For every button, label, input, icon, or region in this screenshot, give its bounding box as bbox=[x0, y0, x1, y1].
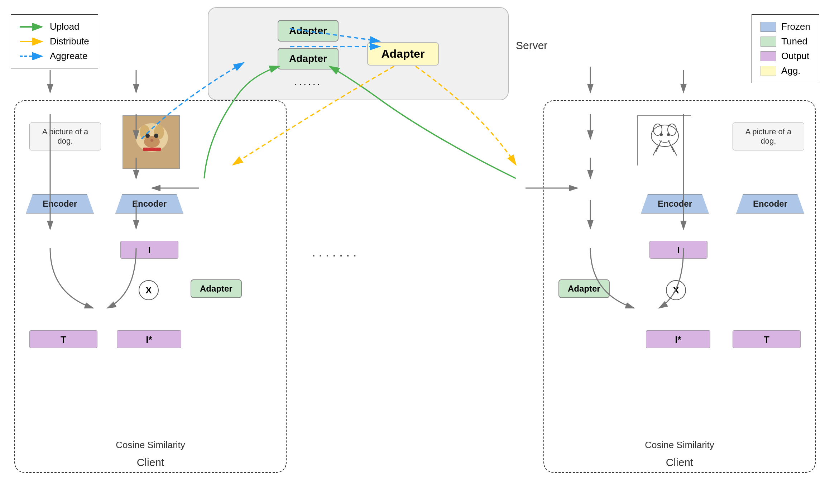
frozen-color-box bbox=[761, 22, 776, 32]
client-right-output-Istar: I* bbox=[646, 330, 710, 348]
distribute-label: Distribute bbox=[50, 36, 89, 47]
client-right-dog-sketch bbox=[637, 115, 691, 165]
server-label: Server bbox=[516, 39, 547, 52]
client-left-adapter: Adapter bbox=[191, 279, 242, 298]
client-right-encoder-image: Encoder bbox=[641, 194, 709, 213]
client-left-box: A picture of a dog. Encoder Encoder bbox=[14, 100, 287, 473]
frozen-label: Frozen bbox=[781, 21, 810, 32]
output-color-box bbox=[761, 51, 776, 61]
server-adapter-agg: Adapter bbox=[367, 42, 439, 66]
client-left-output-Istar: I* bbox=[117, 330, 181, 348]
legend-distribute: Distribute bbox=[20, 36, 89, 47]
client-right-circle-x: X bbox=[666, 280, 686, 300]
tuned-color-box bbox=[761, 37, 776, 47]
svg-point-16 bbox=[660, 133, 663, 136]
output-label: Output bbox=[781, 51, 809, 62]
client-left-encoder-text: Encoder bbox=[26, 194, 94, 213]
client-right-label: Client bbox=[544, 456, 815, 469]
svg-rect-11 bbox=[143, 148, 161, 151]
legend-tuned: Tuned bbox=[761, 36, 810, 47]
diagram: Upload Distribute bbox=[0, 0, 830, 504]
client-right-text-input: A picture of a dog. bbox=[733, 123, 804, 150]
server-adapter-2: Adapter bbox=[278, 48, 339, 69]
client-right-adapter: Adapter bbox=[558, 279, 610, 298]
client-right-encoder-text: Encoder bbox=[736, 194, 804, 213]
client-right-cosine: Cosine Similarity bbox=[544, 440, 815, 451]
svg-point-10 bbox=[150, 139, 153, 142]
client-right-output-I: I bbox=[649, 241, 707, 259]
client-right-box: A picture of a dog. Encoder Encoder I Ad… bbox=[543, 100, 816, 473]
legend-output: Output bbox=[761, 51, 810, 62]
client-left-label: Client bbox=[15, 456, 286, 469]
distribute-arrow-icon bbox=[20, 38, 45, 45]
legend-frozen: Frozen bbox=[761, 21, 810, 32]
tuned-label: Tuned bbox=[781, 36, 807, 47]
server-adapter-1: Adapter bbox=[278, 20, 339, 42]
client-left-cosine: Cosine Similarity bbox=[15, 440, 286, 451]
agg-label: Agg. bbox=[781, 65, 801, 76]
aggregate-label: Aggreate bbox=[50, 51, 88, 62]
upload-label: Upload bbox=[50, 21, 79, 32]
aggregate-arrow-icon bbox=[20, 52, 45, 60]
svg-point-17 bbox=[667, 133, 670, 136]
svg-rect-12 bbox=[638, 116, 692, 166]
legend-right: Frozen Tuned Output Agg. bbox=[752, 14, 819, 83]
legend-aggregate: Aggreate bbox=[20, 51, 89, 62]
svg-point-9 bbox=[154, 134, 158, 138]
client-left-output-I: I bbox=[120, 241, 178, 259]
legend-left: Upload Distribute bbox=[11, 14, 98, 68]
server-dots: ...... bbox=[278, 76, 339, 87]
client-left-text-input: A picture of a dog. bbox=[29, 123, 101, 150]
client-right-output-T: T bbox=[733, 330, 801, 348]
client-left-circle-x: X bbox=[139, 280, 159, 300]
client-left-output-T: T bbox=[29, 330, 97, 348]
client-left-dog-photo bbox=[123, 115, 180, 169]
legend-upload: Upload bbox=[20, 21, 89, 32]
middle-dots: ....... bbox=[312, 244, 360, 260]
svg-point-8 bbox=[145, 134, 150, 138]
upload-arrow-icon bbox=[20, 23, 45, 31]
legend-agg: Agg. bbox=[761, 65, 810, 76]
client-left-encoder-image: Encoder bbox=[115, 194, 183, 213]
agg-color-box bbox=[761, 66, 776, 76]
server-box: Adapter Adapter ...... Adapter bbox=[208, 7, 509, 100]
